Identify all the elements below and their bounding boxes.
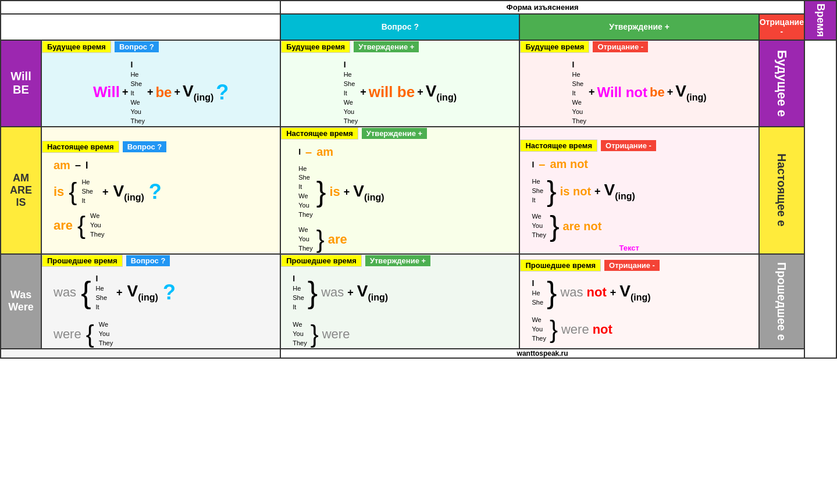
proshedshee-tag-n: Прошедшее время — [520, 259, 601, 271]
forma-header: Форма изъяснения — [280, 1, 804, 14]
will-not-phrase: Will not — [597, 84, 647, 101]
will-be-phrase: will be — [369, 83, 415, 101]
will-be-pronouns-q: I He She It We You They — [130, 59, 144, 126]
budushchee-time-label: Будущее е — [759, 40, 804, 127]
proshedshee-tag-q: Прошедшее время — [42, 255, 123, 267]
will-word: Will — [93, 83, 120, 101]
question-col-header: Вопрос ? — [280, 14, 519, 40]
otricanie-tag-was: Отрицание - — [604, 260, 660, 271]
nastoyashchee-tag-n: Настоящее время — [520, 140, 597, 152]
am-question-formula: am – I is { He She It — [42, 159, 280, 240]
am-negative-formula: I – am not He She It } is n — [520, 158, 758, 241]
will-be-affirm-cell: Будущее время Утверждение + I He She It … — [280, 40, 519, 127]
was-question-cell: Прошедшее время Вопрос ? was { I He She — [41, 254, 280, 349]
tekst-label: Текст — [619, 244, 639, 252]
will-be-negative-cell: Будущее время Отрицание - I He She It We… — [519, 40, 758, 127]
utverzhdenie-tag-a: Утверждение + — [354, 41, 419, 52]
be-word-n: be — [650, 85, 665, 100]
budushchee-tag-a: Будущее время — [281, 41, 350, 53]
grammar-table: Форма изъяснения Время Вопрос ? Утвержде… — [0, 0, 837, 359]
was-question-formula: was { I He She It + V(ing) ? — [42, 273, 280, 348]
was-affirm-cell: Прошедшее время Утверждение + I He She I… — [280, 254, 519, 349]
am-are-is-label: AMAREIS — [1, 127, 41, 254]
utverzhdenie-tag-was: Утверждение + — [365, 255, 430, 266]
am-affirm-formula: I – am He She It We You — [281, 145, 519, 253]
proshedshee-tag-a: Прошедшее время — [281, 255, 362, 267]
question-mark-will: ? — [216, 80, 229, 105]
otricanie-tag-n: Отрицание - — [593, 41, 648, 52]
vopros-tag-am: Вопрос ? — [123, 141, 167, 152]
negative-col-header: Отрицание - — [759, 14, 804, 40]
will-be-question-cell: Будущее время Вопрос ? Will + I He She I… — [41, 40, 280, 127]
was-negative-cell: Прошедшее время Отрицание - I He She } — [519, 254, 758, 349]
was-affirm-formula: I He She It } was + V(ing) — [281, 273, 519, 348]
vremya-header: Время — [804, 1, 836, 40]
budushchee-tag-n: Будущее время — [520, 41, 589, 53]
budushchee-tag-q: Будущее время — [42, 41, 111, 53]
was-negative-formula: I He She } was not + V(ing) — [520, 277, 758, 344]
otricanie-tag-am: Отрицание - — [601, 140, 656, 151]
be-word-q: be — [155, 84, 172, 101]
am-affirm-cell: Настоящее время Утверждение + I – am — [280, 127, 519, 254]
v-ing-n: V(ing) — [675, 82, 706, 103]
vopros-tag-was: Вопрос ? — [126, 255, 170, 266]
website-footer: wanttospeak.ru — [280, 349, 804, 358]
will-be-negative-formula: I He She It We You They + Will not be + … — [520, 59, 758, 126]
utverzhdenie-tag-am: Утверждение + — [362, 128, 427, 139]
will-be-pronouns-n: I He She It We You They — [572, 59, 586, 126]
proshedshee-time-label: Прошедшее е — [759, 254, 804, 349]
v-ing-a: V(ing) — [426, 82, 457, 103]
will-be-affirm-formula: I He She It We You They + will be + V(in… — [281, 59, 519, 126]
am-negative-cell: Настоящее время Отрицание - Текст I – am… — [519, 127, 758, 254]
will-be-label: WillBE — [1, 40, 41, 127]
main-title: Форма изъяснения — [507, 3, 579, 12]
am-question-cell: Настоящее время Вопрос ? am – I is — [41, 127, 280, 254]
vopros-tag-q: Вопрос ? — [115, 41, 159, 52]
was-were-label: WasWere — [1, 254, 41, 349]
nastoyashchee-time-label: Настоящее е — [759, 127, 804, 254]
nastoyashchee-tag-q: Настоящее время — [42, 141, 119, 153]
nastoyashchee-tag-a: Настоящее время — [281, 127, 358, 140]
will-be-pronouns-a: I He She It We You They — [344, 59, 358, 126]
v-ing-q: V(ing) — [183, 82, 213, 103]
will-be-question-formula: Will + I He She It We You They + be + V(… — [42, 59, 280, 126]
affirm-col-header: Утверждение + — [519, 14, 758, 40]
